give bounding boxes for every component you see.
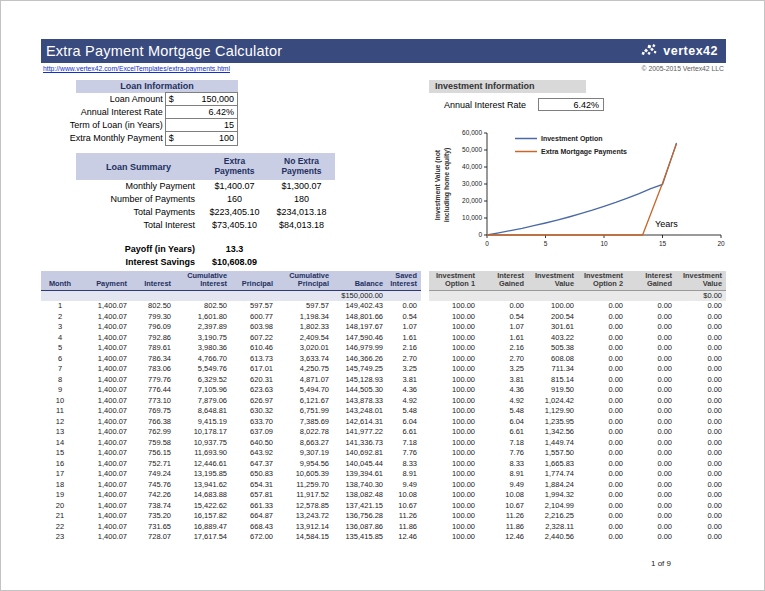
amortization-row: 191,400.07742.2614,683.88657.8111,917.52… <box>41 490 726 501</box>
table-cell: 762.99 <box>131 427 175 438</box>
table-cell: 0.00 <box>676 375 726 386</box>
table-cell: 100.00 <box>429 301 479 312</box>
amortization-row: 131,400.07762.9910,178.17637.098,022.781… <box>41 427 726 438</box>
monthly-payment-row: Monthly Payment $1,400.07 $1,300.07 <box>76 180 335 193</box>
table-cell: 0.00 <box>676 532 726 543</box>
table-cell: 654.31 <box>231 480 277 491</box>
table-cell: 1,400.07 <box>79 417 131 428</box>
table-cell: 0.00 <box>578 459 627 470</box>
table-cell: 4,250.75 <box>277 364 333 375</box>
table-cell: 8,663.27 <box>277 438 333 449</box>
table-cell: 15 <box>41 448 79 459</box>
table-cell: 766.38 <box>131 417 175 428</box>
table-cell: 11 <box>41 406 79 417</box>
investment-rate-input[interactable]: 6.42% <box>538 98 604 111</box>
column-gap <box>421 354 429 365</box>
table-cell: 626.97 <box>231 396 277 407</box>
table-cell: 21 <box>41 511 79 522</box>
col-header-cumulative-interest: Cumulative Interest <box>175 271 231 290</box>
table-cell: 13,243.72 <box>277 511 333 522</box>
table-cell: 145,749.25 <box>333 364 387 375</box>
table-cell: 1,129.90 <box>528 406 578 417</box>
table-cell: 10,937.75 <box>175 438 231 449</box>
table-cell: 1,601.80 <box>175 312 231 323</box>
table-cell: 6 <box>41 354 79 365</box>
table-cell: 140,692.81 <box>333 448 387 459</box>
table-cell: 1,235.95 <box>528 417 578 428</box>
amortization-row: 211,400.07735.2016,157.82664.8713,243.72… <box>41 511 726 522</box>
table-cell: 1,400.07 <box>79 396 131 407</box>
column-gap <box>421 511 429 522</box>
loan-term-value: 15 <box>181 120 237 130</box>
amortization-row: 161,400.07752.7112,446.61647.379,954.561… <box>41 459 726 470</box>
table-cell: 3,980.36 <box>175 343 231 354</box>
table-cell: 1,884.24 <box>528 480 578 491</box>
chart-series <box>487 143 677 235</box>
table-cell: 8.91 <box>479 469 528 480</box>
table-cell: 1.61 <box>479 333 528 344</box>
column-gap <box>421 385 429 396</box>
loan-summary-title: Loan Summary <box>76 153 201 180</box>
table-cell: 100.00 <box>429 343 479 354</box>
amortization-row: 141,400.07759.5810,937.75640.508,663.271… <box>41 438 726 449</box>
table-cell: 664.87 <box>231 511 277 522</box>
vertex42-logo-text: vertex42 <box>663 44 718 58</box>
table-cell: 3,190.75 <box>175 333 231 344</box>
table-cell: 815.14 <box>528 375 578 386</box>
table-cell: 100.00 <box>429 354 479 365</box>
table-cell: 0.00 <box>578 532 627 543</box>
column-gap <box>421 459 429 470</box>
template-url-link[interactable]: http://www.vertex42.com/ExcelTemplates/e… <box>43 65 230 72</box>
table-cell <box>41 290 79 301</box>
table-cell: 0.00 <box>578 312 627 323</box>
table-cell: 0.00 <box>578 396 627 407</box>
table-cell: 672.00 <box>231 532 277 543</box>
table-cell: 5 <box>41 343 79 354</box>
table-cell: 661.33 <box>231 501 277 512</box>
table-cell: 301.61 <box>528 322 578 333</box>
summary-value: $223,405.10 <box>201 206 268 219</box>
table-cell: 1,400.07 <box>79 354 131 365</box>
table-cell: 100.00 <box>429 438 479 449</box>
table-cell: 0.00 <box>387 301 421 312</box>
column-gap <box>421 417 429 428</box>
table-cell: 100.00 <box>528 301 578 312</box>
table-cell: 650.83 <box>231 469 277 480</box>
table-cell: 0.00 <box>676 480 726 491</box>
table-cell: 1.07 <box>479 322 528 333</box>
table-cell: 6.61 <box>387 427 421 438</box>
amortization-row: 101,400.07773.107,879.06626.976,121.6714… <box>41 396 726 407</box>
table-cell: 146,366.26 <box>333 354 387 365</box>
table-cell: 1.07 <box>387 322 421 333</box>
initial-balance-cell: $150,000.00 <box>333 290 387 301</box>
extra-payment-row: Extra Monthly Payment $ 100 <box>41 132 238 145</box>
table-cell: 0.00 <box>676 301 726 312</box>
column-gap <box>421 364 429 375</box>
table-cell: 1,400.07 <box>79 480 131 491</box>
table-cell: 100.00 <box>429 364 479 375</box>
svg-text:50,000: 50,000 <box>462 146 482 153</box>
payoff-label: Payoff (in Years) <box>76 243 201 256</box>
extra-payment-input[interactable]: $ 100 <box>165 131 238 146</box>
table-cell: 0.00 <box>578 501 627 512</box>
table-cell: 647.37 <box>231 459 277 470</box>
table-cell: 11.86 <box>387 522 421 533</box>
amortization-row: 41,400.07792.863,190.75607.222,409.54147… <box>41 333 726 344</box>
amortization-row: 151,400.07756.1511,693.90643.929,307.191… <box>41 448 726 459</box>
column-gap <box>421 522 429 533</box>
table-cell: 0.00 <box>627 364 676 375</box>
table-cell: 5,494.70 <box>277 385 333 396</box>
table-cell: 0.00 <box>627 375 676 386</box>
table-cell: 8.33 <box>479 459 528 470</box>
table-cell: 4.36 <box>479 385 528 396</box>
table-cell: 4,766.70 <box>175 354 231 365</box>
table-cell: 802.50 <box>175 301 231 312</box>
table-cell: 137,421.15 <box>333 501 387 512</box>
table-cell: 0.00 <box>578 522 627 533</box>
table-cell: 136,756.28 <box>333 511 387 522</box>
col-header-investment-value1: Investment Value <box>528 271 578 290</box>
table-cell: 0.00 <box>627 501 676 512</box>
y-axis-title-line2: including home equity) <box>443 148 451 222</box>
table-cell: 0.00 <box>578 301 627 312</box>
table-cell: 1,400.07 <box>79 438 131 449</box>
